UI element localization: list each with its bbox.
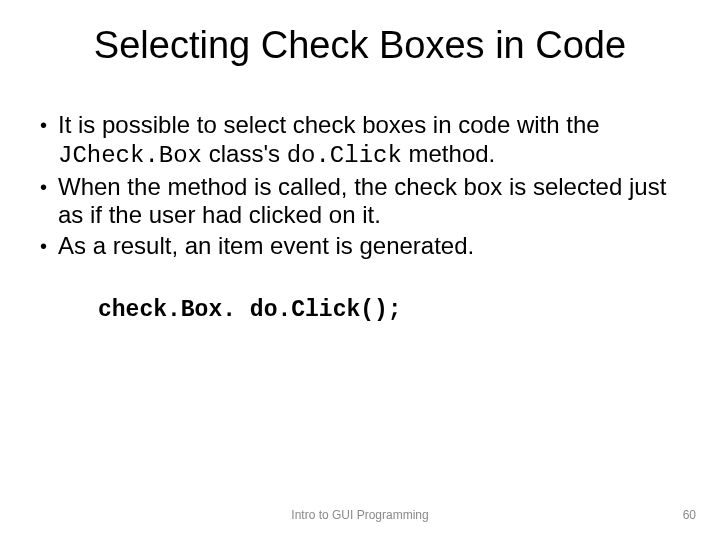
footer-caption: Intro to GUI Programming	[0, 508, 720, 522]
bullet-dot-icon: •	[40, 111, 58, 139]
bullet-item: • It is possible to select check boxes i…	[40, 111, 672, 171]
bullet-text: When the method is called, the check box…	[58, 173, 672, 231]
bullet-item: • As a result, an item event is generate…	[40, 232, 672, 261]
bullet-item: • When the method is called, the check b…	[40, 173, 672, 231]
code-block: check.Box. do.Click();	[40, 297, 672, 323]
bullet-pre: As a result, an item event is generated.	[58, 232, 474, 259]
bullet-text: It is possible to select check boxes in …	[58, 111, 672, 171]
bullet-dot-icon: •	[40, 232, 58, 260]
slide-title: Selecting Check Boxes in Code	[0, 0, 720, 67]
bullet-text: As a result, an item event is generated.	[58, 232, 672, 261]
bullet-post: method.	[402, 140, 495, 167]
bullet-pre: It is possible to select check boxes in …	[58, 111, 600, 138]
bullet-dot-icon: •	[40, 173, 58, 201]
slide: Selecting Check Boxes in Code • It is po…	[0, 0, 720, 540]
slide-body: • It is possible to select check boxes i…	[0, 111, 720, 323]
bullet-mid: class's	[202, 140, 287, 167]
bullet-pre: When the method is called, the check box…	[58, 173, 666, 229]
inline-code: do.Click	[287, 142, 402, 169]
page-number: 60	[683, 508, 696, 522]
inline-code: JCheck.Box	[58, 142, 202, 169]
